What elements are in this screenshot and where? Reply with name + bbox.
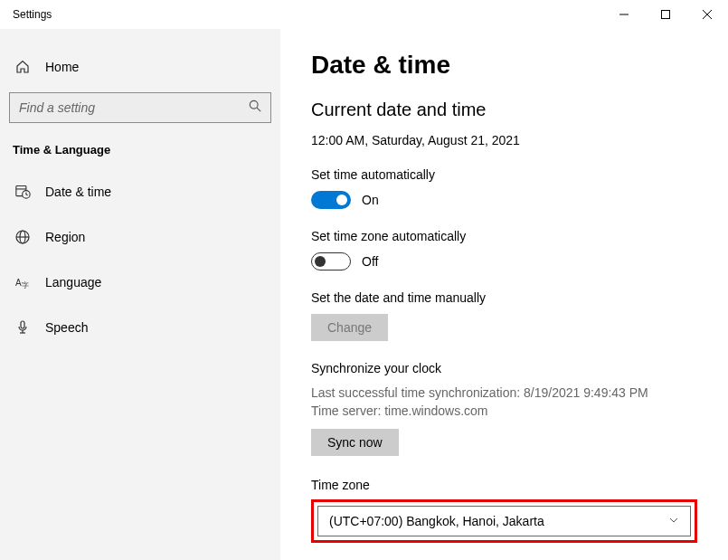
sidebar-item-language[interactable]: A字 Language bbox=[0, 264, 280, 300]
sidebar: Home Time & Language Date & time bbox=[0, 29, 280, 560]
main-content: Date & time Current date and time 12:00 … bbox=[280, 29, 728, 560]
calendar-clock-icon bbox=[14, 184, 31, 199]
section-current-dt-title: Current date and time bbox=[311, 100, 697, 120]
minimize-button[interactable] bbox=[603, 0, 645, 29]
timezone-select[interactable]: (UTC+07:00) Bangkok, Hanoi, Jakarta bbox=[317, 506, 691, 536]
manual-dt-label: Set the date and time manually bbox=[311, 290, 697, 305]
home-icon bbox=[14, 60, 31, 74]
auto-tz-toggle[interactable] bbox=[311, 252, 351, 271]
svg-rect-16 bbox=[21, 321, 24, 328]
titlebar: Settings bbox=[0, 0, 728, 29]
close-button[interactable] bbox=[686, 0, 728, 29]
sidebar-item-region[interactable]: Region bbox=[0, 219, 280, 255]
chevron-down-icon bbox=[668, 515, 679, 527]
maximize-button[interactable] bbox=[645, 0, 686, 29]
timezone-value: (UTC+07:00) Bangkok, Hanoi, Jakarta bbox=[329, 514, 544, 528]
sidebar-item-label: Date & time bbox=[45, 185, 111, 199]
last-sync-value: 8/19/2021 9:49:43 PM bbox=[524, 385, 648, 400]
current-datetime: 12:00 AM, Saturday, August 21, 2021 bbox=[311, 133, 697, 147]
auto-tz-label: Set time zone automatically bbox=[311, 229, 697, 243]
sidebar-item-label: Language bbox=[45, 275, 101, 289]
microphone-icon bbox=[14, 320, 31, 335]
auto-time-label: Set time automatically bbox=[311, 167, 697, 182]
sidebar-item-label: Region bbox=[45, 230, 85, 244]
globe-icon bbox=[14, 230, 31, 244]
timezone-highlight: (UTC+07:00) Bangkok, Hanoi, Jakarta bbox=[311, 499, 697, 543]
sidebar-section-title: Time & Language bbox=[0, 139, 280, 173]
nav-home[interactable]: Home bbox=[0, 49, 280, 85]
language-icon: A字 bbox=[14, 275, 31, 289]
timezone-label: Time zone bbox=[311, 478, 697, 492]
sidebar-item-label: Speech bbox=[45, 320, 88, 335]
sync-now-button[interactable]: Sync now bbox=[311, 429, 399, 456]
svg-line-5 bbox=[257, 108, 260, 111]
svg-text:A: A bbox=[15, 278, 22, 288]
svg-line-10 bbox=[25, 195, 27, 195]
search-box[interactable] bbox=[9, 92, 271, 123]
window-title: Settings bbox=[13, 8, 603, 21]
time-server-value: time.windows.com bbox=[384, 403, 487, 418]
sidebar-item-date-time[interactable]: Date & time bbox=[0, 173, 280, 210]
svg-point-4 bbox=[250, 100, 258, 109]
svg-rect-1 bbox=[662, 11, 670, 19]
nav-home-label: Home bbox=[45, 60, 79, 74]
change-button: Change bbox=[311, 314, 388, 341]
page-title: Date & time bbox=[311, 51, 697, 80]
sidebar-item-speech[interactable]: Speech bbox=[0, 309, 280, 346]
search-icon bbox=[249, 100, 261, 116]
sync-info: Last successful time synchronization: 8/… bbox=[311, 384, 697, 420]
sync-title: Synchronize your clock bbox=[311, 361, 697, 375]
last-sync-label: Last successful time synchronization: bbox=[311, 385, 524, 400]
auto-time-toggle[interactable] bbox=[311, 191, 351, 209]
search-input[interactable] bbox=[19, 100, 249, 115]
svg-text:字: 字 bbox=[22, 281, 29, 289]
auto-tz-state: Off bbox=[362, 254, 378, 269]
time-server-label: Time server: bbox=[311, 403, 384, 418]
auto-time-state: On bbox=[362, 193, 379, 207]
window-controls bbox=[603, 0, 728, 29]
